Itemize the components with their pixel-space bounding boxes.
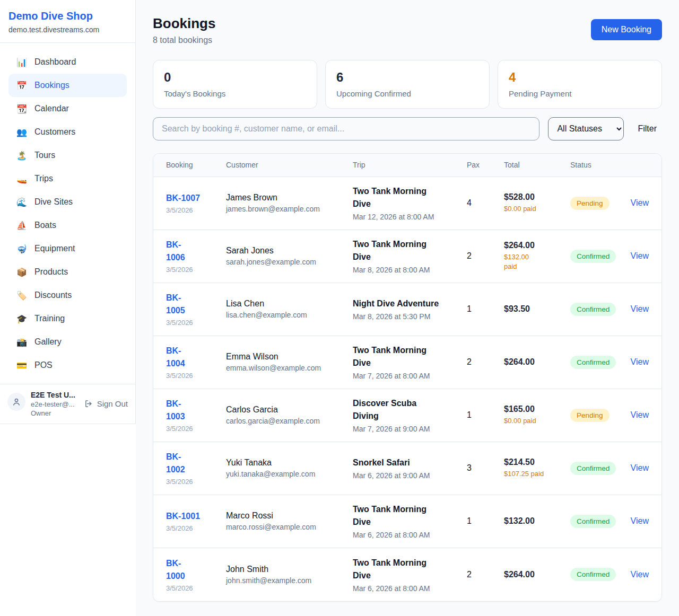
column-header: Total xyxy=(504,161,570,169)
sidebar-footer: E2E Test U... e2e-tester@... Owner Sign … xyxy=(0,384,135,424)
sidebar-item-bookings[interactable]: 📅 Bookings xyxy=(8,74,127,97)
view-link[interactable]: View xyxy=(631,410,649,420)
booking-id-link[interactable]: BK-1007 xyxy=(166,192,220,205)
booking-cell: BK-1001 3/5/2026 xyxy=(166,510,226,532)
customer-cell: Lisa Chen lisa.chen@example.com xyxy=(226,299,353,319)
sidebar-item-customers[interactable]: 👥 Customers xyxy=(8,120,127,144)
sidebar-item-pos[interactable]: 💳 POS xyxy=(8,354,127,377)
trip-cell: Two Tank Morning Dive Mar 12, 2026 at 8:… xyxy=(353,185,467,221)
booking-id-link[interactable]: BK- 1002 xyxy=(166,451,220,476)
customer-cell: Emma Wilson emma.wilson@example.com xyxy=(226,352,353,372)
customer-email: yuki.tanaka@example.com xyxy=(226,470,346,478)
total-cell: $264.00 $132.00 paid xyxy=(504,241,570,271)
stat-value: 0 xyxy=(164,70,306,85)
search-input[interactable] xyxy=(153,117,539,140)
trip-cell: Night Dive Adventure Mar 8, 2026 at 5:30… xyxy=(353,297,467,321)
pax-cell: 4 xyxy=(467,198,504,208)
customer-cell: John Smith john.smith@example.com xyxy=(226,565,353,585)
booking-cell: BK- 1005 3/5/2026 xyxy=(166,292,226,327)
status-select[interactable]: All Statuses xyxy=(548,117,624,140)
booking-cell: BK- 1002 3/5/2026 xyxy=(166,451,226,486)
booking-cell: BK- 1000 3/5/2026 xyxy=(166,557,226,592)
trip-name: Two Tank Morning Dive xyxy=(353,185,460,210)
customer-email: emma.wilson@example.com xyxy=(226,364,346,372)
nav-icon: 🏷️ xyxy=(16,291,28,301)
nav-icon: 📸 xyxy=(16,337,28,347)
avatar xyxy=(7,393,25,411)
status-badge: Pending xyxy=(570,197,610,210)
customer-name: Sarah Jones xyxy=(226,246,346,256)
sidebar-item-products[interactable]: 📦 Products xyxy=(8,260,127,284)
booking-id-link[interactable]: BK- 1003 xyxy=(166,398,220,423)
booking-created-date: 3/5/2026 xyxy=(166,266,220,274)
customer-cell: Marco Rossi marco.rossi@example.com xyxy=(226,511,353,531)
sidebar-item-label: Equipment xyxy=(34,244,75,253)
sidebar-item-equipment[interactable]: 🤿 Equipment xyxy=(8,237,127,260)
sidebar-item-discounts[interactable]: 🏷️ Discounts xyxy=(8,284,127,307)
customer-email: carlos.garcia@example.com xyxy=(226,417,346,425)
sidebar-item-label: Boats xyxy=(34,221,56,230)
shop-domain: demo.test.divestreams.com xyxy=(8,25,127,34)
status-badge: Confirmed xyxy=(570,568,616,581)
pax-cell: 2 xyxy=(467,570,504,579)
table-row: BK- 1006 3/5/2026 Sarah Jones sarah.jone… xyxy=(153,230,661,283)
view-link[interactable]: View xyxy=(631,251,649,261)
pax-cell: 1 xyxy=(467,304,504,314)
trip-name: Discover Scuba Diving xyxy=(353,397,460,423)
booking-created-date: 3/5/2026 xyxy=(166,478,220,486)
status-cell: Confirmed xyxy=(570,303,623,316)
stat-value: 4 xyxy=(509,70,651,85)
nav-icon: 🌊 xyxy=(16,197,28,207)
status-cell: Confirmed xyxy=(570,462,623,475)
view-link[interactable]: View xyxy=(631,198,649,208)
booking-cell: BK-1007 3/5/2026 xyxy=(166,192,226,214)
view-link[interactable]: View xyxy=(631,357,649,367)
trip-datetime: Mar 8, 2026 at 5:30 PM xyxy=(353,312,460,321)
sidebar-item-tours[interactable]: 🏝️ Tours xyxy=(8,144,127,167)
status-cell: Pending xyxy=(570,197,623,210)
booking-created-date: 3/5/2026 xyxy=(166,524,220,532)
customer-name: Lisa Chen xyxy=(226,299,346,309)
booking-id-link[interactable]: BK- 1004 xyxy=(166,345,220,370)
view-link[interactable]: View xyxy=(631,463,649,473)
sidebar-item-label: Tours xyxy=(34,151,55,160)
column-header: Pax xyxy=(467,161,504,169)
trip-name: Two Tank Morning Dive xyxy=(353,557,460,582)
trip-cell: Discover Scuba Diving Mar 7, 2026 at 9:0… xyxy=(353,397,467,433)
sidebar-item-training[interactable]: 🎓 Training xyxy=(8,307,127,330)
booking-created-date: 3/5/2026 xyxy=(166,319,220,327)
booking-cell: BK- 1003 3/5/2026 xyxy=(166,398,226,433)
filter-button[interactable]: Filter xyxy=(632,124,662,134)
sidebar-item-calendar[interactable]: 📆 Calendar xyxy=(8,97,127,120)
sidebar-item-label: Discounts xyxy=(34,291,72,300)
table-row: BK- 1004 3/5/2026 Emma Wilson emma.wilso… xyxy=(153,336,661,389)
total-amount: $264.00 xyxy=(504,570,564,579)
booking-id-link[interactable]: BK- 1005 xyxy=(166,292,220,317)
view-link[interactable]: View xyxy=(631,516,649,526)
status-cell: Confirmed xyxy=(570,568,623,581)
paid-amount: $0.00 paid xyxy=(504,204,564,214)
new-booking-button[interactable]: New Booking xyxy=(591,19,662,40)
user-block: E2E Test U... e2e-tester@... Owner xyxy=(31,391,79,417)
trip-cell: Snorkel Safari Mar 6, 2026 at 9:00 AM xyxy=(353,456,467,480)
total-amount: $264.00 xyxy=(504,357,564,367)
sidebar-item-gallery[interactable]: 📸 Gallery xyxy=(8,330,127,354)
trip-name: Night Dive Adventure xyxy=(353,297,460,310)
booking-id-link[interactable]: BK- 1006 xyxy=(166,239,220,264)
sidebar-item-dashboard[interactable]: 📊 Dashboard xyxy=(8,50,127,74)
sidebar-item-dive-sites[interactable]: 🌊 Dive Sites xyxy=(8,190,127,214)
sign-out-button[interactable]: Sign Out xyxy=(84,399,128,408)
booking-id-link[interactable]: BK- 1000 xyxy=(166,557,220,583)
status-cell: Confirmed xyxy=(570,250,623,263)
total-amount: $93.50 xyxy=(504,304,564,314)
nav-icon: 📆 xyxy=(16,104,28,114)
paid-amount: $107.25 paid xyxy=(504,469,564,479)
pax-cell: 2 xyxy=(467,251,504,261)
column-header: Customer xyxy=(226,161,353,169)
view-link[interactable]: View xyxy=(631,570,649,579)
sidebar-item-trips[interactable]: 🚤 Trips xyxy=(8,167,127,190)
view-link[interactable]: View xyxy=(631,304,649,314)
sidebar-item-boats[interactable]: ⛵ Boats xyxy=(8,214,127,237)
sidebar-item-label: Gallery xyxy=(34,337,62,347)
booking-id-link[interactable]: BK-1001 xyxy=(166,510,220,523)
